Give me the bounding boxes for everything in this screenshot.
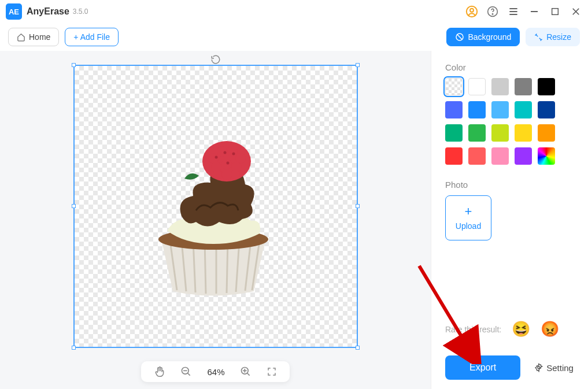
canvas-image[interactable] xyxy=(141,129,286,297)
swatch-pink[interactable] xyxy=(491,147,509,165)
zoom-value: 64% xyxy=(207,367,224,377)
canvas-controls: 64% xyxy=(141,361,289,382)
export-button[interactable]: Export xyxy=(445,355,520,380)
close-icon[interactable] xyxy=(569,5,582,18)
svg-point-37 xyxy=(226,161,229,164)
resize-button[interactable]: Resize xyxy=(526,28,580,46)
home-button-label: Home xyxy=(29,32,50,42)
maximize-icon[interactable] xyxy=(549,5,561,18)
canvas-area: 64% xyxy=(0,51,431,389)
pan-tool-icon[interactable] xyxy=(154,366,165,377)
add-file-button-label: + Add File xyxy=(73,32,110,42)
svg-line-12 xyxy=(457,34,463,39)
svg-point-31 xyxy=(221,169,232,180)
upload-label: Upload xyxy=(456,221,481,231)
color-swatches xyxy=(445,78,574,165)
account-icon[interactable] xyxy=(465,5,478,18)
upload-photo-button[interactable]: + Upload xyxy=(445,195,491,240)
rate-row: Rate this result: 😆 😡 xyxy=(445,320,574,338)
app-name: AnyErase xyxy=(27,6,69,17)
swatch-white[interactable] xyxy=(468,78,486,95)
resize-handle-ml[interactable] xyxy=(72,204,76,208)
plus-icon: + xyxy=(465,205,472,218)
home-button[interactable]: Home xyxy=(8,28,59,46)
swatch-green[interactable] xyxy=(468,124,486,142)
background-button[interactable]: Background xyxy=(446,28,520,46)
rate-sad-icon[interactable]: 😡 xyxy=(541,320,559,338)
svg-point-29 xyxy=(221,159,232,169)
swatch-lightblue[interactable] xyxy=(491,101,509,118)
image-canvas[interactable] xyxy=(73,65,358,348)
menu-icon[interactable] xyxy=(507,5,520,18)
zoom-in-icon[interactable] xyxy=(240,366,252,377)
swatch-transparent[interactable] xyxy=(445,78,463,95)
color-section-title: Color xyxy=(445,62,574,72)
swatch-orange[interactable] xyxy=(538,124,555,142)
resize-handle-tr[interactable] xyxy=(356,63,360,67)
svg-line-44 xyxy=(247,373,249,376)
minimize-icon[interactable] xyxy=(528,5,541,18)
title-bar-controls xyxy=(465,5,582,18)
svg-rect-8 xyxy=(552,9,559,15)
svg-point-34 xyxy=(215,155,217,158)
svg-point-36 xyxy=(232,152,235,155)
title-bar: AE AnyErase 3.5.0 xyxy=(0,0,588,23)
app-version: 3.5.0 xyxy=(73,8,88,16)
swatch-teal[interactable] xyxy=(445,124,463,142)
svg-point-3 xyxy=(492,14,493,14)
resize-handle-mr[interactable] xyxy=(356,204,360,208)
setting-button[interactable]: Setting xyxy=(534,363,574,373)
swatch-coral[interactable] xyxy=(468,147,486,165)
toolbar: Home + Add File Background Resize xyxy=(0,23,588,51)
svg-point-32 xyxy=(213,170,222,179)
zoom-out-icon[interactable] xyxy=(180,366,192,377)
add-file-button[interactable]: + Add File xyxy=(65,28,119,46)
swatch-lime[interactable] xyxy=(491,124,509,142)
svg-point-26 xyxy=(227,146,238,157)
setting-label: Setting xyxy=(546,363,574,373)
resize-handle-bl[interactable] xyxy=(72,346,76,350)
swatch-gray[interactable] xyxy=(515,78,532,95)
svg-point-33 xyxy=(231,170,240,179)
background-button-label: Background xyxy=(468,32,511,42)
swatch-black[interactable] xyxy=(538,78,555,95)
rotate-handle-icon[interactable] xyxy=(210,54,221,65)
help-icon[interactable] xyxy=(486,5,499,18)
rate-label: Rate this result: xyxy=(445,325,501,334)
swatch-blue[interactable] xyxy=(445,101,463,118)
side-panel: Color Photo + Upload xyxy=(431,51,588,389)
rate-happy-icon[interactable]: 😆 xyxy=(512,320,530,338)
swatch-navy[interactable] xyxy=(538,101,555,118)
app-logo: AE xyxy=(6,3,22,20)
swatch-purple[interactable] xyxy=(515,147,532,165)
bottom-actions: Export Setting xyxy=(445,355,574,380)
svg-point-35 xyxy=(223,151,226,154)
fullscreen-icon[interactable] xyxy=(267,366,277,377)
main-area: 64% Color xyxy=(0,51,588,389)
export-button-label: Export xyxy=(469,362,496,372)
swatch-sky[interactable] xyxy=(468,101,486,118)
photo-section-title: Photo xyxy=(445,180,574,190)
canvas-viewport xyxy=(0,51,431,361)
swatch-yellow[interactable] xyxy=(515,124,532,142)
swatch-red[interactable] xyxy=(445,147,463,165)
svg-point-1 xyxy=(470,9,474,12)
resize-handle-br[interactable] xyxy=(356,346,360,350)
svg-line-40 xyxy=(188,373,190,376)
swatch-light-gray[interactable] xyxy=(491,78,509,95)
swatch-cyan[interactable] xyxy=(515,101,532,118)
swatch-color-picker[interactable] xyxy=(538,147,555,165)
resize-button-label: Resize xyxy=(546,32,571,42)
resize-handle-tl[interactable] xyxy=(72,63,76,67)
